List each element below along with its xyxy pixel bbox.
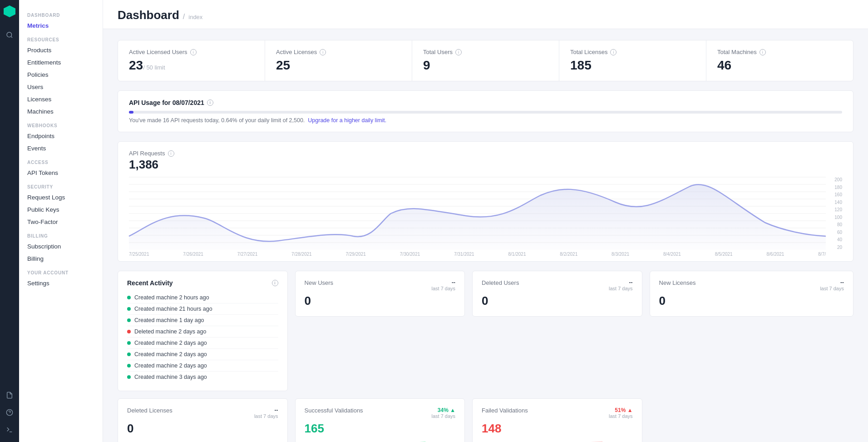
app-logo: [4, 5, 15, 17]
y-axis-labels: 200180160140120 10080604020: [828, 177, 842, 250]
search-icon[interactable]: [5, 30, 15, 40]
section-label-resources: RESOURCES: [19, 32, 103, 44]
activity-dot-4: [127, 330, 131, 333]
info-icon-total-machines[interactable]: i: [760, 49, 766, 55]
chart-api-value: 1,386: [129, 158, 842, 172]
metric-value-deleted-licenses: 0: [127, 422, 278, 436]
sidebar-section-access: ACCESS API Tokens: [19, 154, 103, 179]
api-requests-chart: [129, 177, 826, 250]
activity-title-label: Recent Activity: [127, 279, 173, 287]
metric-new-users: New Users -- last 7 days 0: [295, 271, 465, 317]
section-label-security: SECURITY: [19, 179, 103, 191]
info-icon-total-users[interactable]: i: [455, 49, 462, 55]
api-requests-chart-card: API Requests i 1,386: [118, 141, 853, 262]
sidebar-item-machines[interactable]: Machines: [19, 105, 103, 118]
sidebar-item-subscription[interactable]: Subscription: [19, 240, 103, 253]
section-label-billing: BILLING: [19, 228, 103, 240]
chart-title: API Requests: [129, 150, 165, 157]
api-usage-text: You've made 16 API requests today, 0.64%…: [129, 117, 842, 124]
info-icon-total-licenses[interactable]: i: [610, 49, 616, 55]
section-label-webhooks: WEBHOOKS: [19, 118, 103, 130]
help-icon[interactable]: [5, 407, 15, 417]
activity-item-6: Created machine 2 days ago: [127, 349, 278, 360]
info-icon-recent-activity[interactable]: i: [272, 280, 278, 286]
recent-activity-card: Recent Activity i Created machine 2 hour…: [118, 271, 288, 391]
stat-total-users: Total Users i 9: [412, 40, 559, 81]
sidebar-item-endpoints[interactable]: Endpoints: [19, 130, 103, 142]
page-title: Dashboard: [118, 8, 179, 22]
activity-item-7: Created machine 2 days ago: [127, 360, 278, 372]
section-label-account: YOUR ACCOUNT: [19, 265, 103, 277]
metric-value-failed-validations: 148: [482, 422, 633, 436]
info-icon-active-licensed-users[interactable]: i: [190, 49, 197, 55]
docs-icon[interactable]: [5, 390, 15, 400]
activity-dot-6: [127, 353, 131, 356]
metric-value-new-users: 0: [305, 294, 456, 308]
sidebar-section-resources: RESOURCES Products Entitlements Policies…: [19, 32, 103, 118]
sidebar-item-api-tokens[interactable]: API Tokens: [19, 167, 103, 179]
activity-dot-1: [127, 296, 131, 299]
metric-value-successful-validations: 165: [305, 422, 456, 436]
api-usage-progress-fill: [129, 111, 133, 114]
stat-total-machines: Total Machines i 46: [706, 40, 853, 81]
stat-active-licensed-users: Active Licensed Users i 23/ 50 limit: [118, 40, 265, 81]
api-usage-card: API Usage for 08/07/2021 i You've made 1…: [118, 90, 853, 132]
activity-item-5: Created machine 2 days ago: [127, 338, 278, 349]
activity-item-3: Created machine 1 day ago: [127, 315, 278, 326]
sidebar-item-entitlements[interactable]: Entitlements: [19, 56, 103, 69]
section-label-access: ACCESS: [19, 154, 103, 167]
activity-item-8: Created machine 3 days ago: [127, 372, 278, 382]
sidebar-item-billing[interactable]: Billing: [19, 253, 103, 265]
sidebar-icon-strip: [0, 0, 19, 442]
sidebar-section-security: SECURITY Request Logs Public Keys Two-Fa…: [19, 179, 103, 228]
activity-item-2: Created machine 21 hours ago: [127, 303, 278, 315]
section-label-dashboard: DASHBOARD: [19, 7, 103, 20]
activity-item-1: Created machine 2 hours ago: [127, 292, 278, 303]
page-breadcrumb: index: [188, 14, 202, 20]
stat-value-total-machines: 46: [717, 58, 842, 73]
terminal-icon[interactable]: [5, 425, 15, 435]
sidebar-section-dashboard: DASHBOARD Metrics: [19, 7, 103, 32]
sidebar-item-policies[interactable]: Policies: [19, 69, 103, 81]
metric-deleted-users: Deleted Users -- last 7 days 0: [472, 271, 642, 317]
svg-point-0: [7, 32, 12, 37]
sidebar-item-licenses[interactable]: Licenses: [19, 93, 103, 105]
info-icon-api-usage[interactable]: i: [207, 99, 213, 106]
activity-item-4: Deleted machine 2 days ago: [127, 326, 278, 338]
sidebar-item-users[interactable]: Users: [19, 81, 103, 93]
sidebar-nav: DASHBOARD Metrics RESOURCES Products Ent…: [19, 0, 103, 442]
stats-row: Active Licensed Users i 23/ 50 limit Act…: [118, 40, 853, 81]
metric-failed-validations: Failed Validations 51% ▲ last 7 days 148: [472, 398, 642, 442]
api-usage-title: API Usage for 08/07/2021: [129, 99, 204, 106]
stat-value-active-licensed-users: 23/ 50 limit: [129, 58, 254, 73]
info-icon-active-licenses[interactable]: i: [320, 49, 326, 55]
activity-dot-8: [127, 375, 131, 379]
sparkline-successful: [305, 439, 456, 442]
metrics-row-1: New Users -- last 7 days 0 Deleted Users…: [118, 271, 853, 391]
main-content: Dashboard / index Active Licensed Users …: [103, 0, 868, 442]
metrics-row-2: Deleted Licenses -- last 7 days 0 Succes…: [118, 398, 853, 442]
activity-dot-3: [127, 318, 131, 322]
stat-active-licenses: Active Licenses i 25: [265, 40, 412, 81]
api-usage-upgrade-link[interactable]: Upgrade for a higher daily limit.: [308, 117, 386, 124]
stat-value-total-licenses: 185: [570, 58, 695, 73]
svg-line-1: [11, 36, 12, 38]
metric-value-deleted-users: 0: [482, 294, 633, 308]
content-area: Active Licensed Users i 23/ 50 limit Act…: [103, 29, 868, 442]
stat-value-active-licenses: 25: [276, 58, 401, 73]
sidebar-item-metrics[interactable]: Metrics: [19, 20, 103, 32]
sidebar-item-request-logs[interactable]: Request Logs: [19, 191, 103, 204]
sparkline-failed: [482, 439, 633, 442]
info-icon-api-requests[interactable]: i: [168, 150, 174, 157]
sidebar-item-settings[interactable]: Settings: [19, 277, 103, 289]
sidebar-item-two-factor[interactable]: Two-Factor: [19, 216, 103, 228]
sidebar-section-billing: BILLING Subscription Billing: [19, 228, 103, 265]
activity-dot-7: [127, 364, 131, 368]
sidebar-section-webhooks: WEBHOOKS Endpoints Events: [19, 118, 103, 154]
stat-total-licenses: Total Licenses i 185: [559, 40, 706, 81]
metric-successful-validations: Successful Validations 34% ▲ last 7 days…: [295, 398, 465, 442]
sidebar-item-products[interactable]: Products: [19, 44, 103, 56]
stat-value-total-users: 9: [423, 58, 548, 73]
sidebar-item-events[interactable]: Events: [19, 142, 103, 154]
sidebar-item-public-keys[interactable]: Public Keys: [19, 204, 103, 216]
